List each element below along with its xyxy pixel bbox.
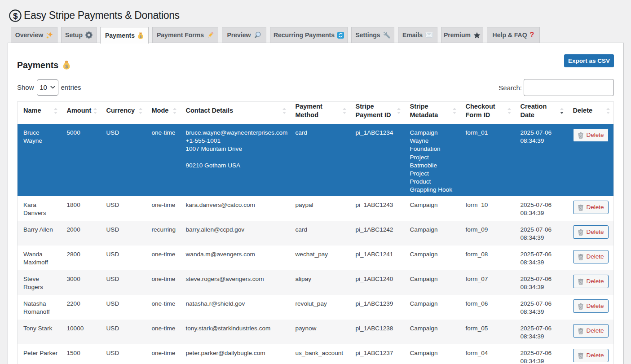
svg-text:$: $ bbox=[65, 64, 68, 69]
svg-text:$: $ bbox=[13, 11, 18, 21]
svg-text:$: $ bbox=[140, 35, 142, 39]
